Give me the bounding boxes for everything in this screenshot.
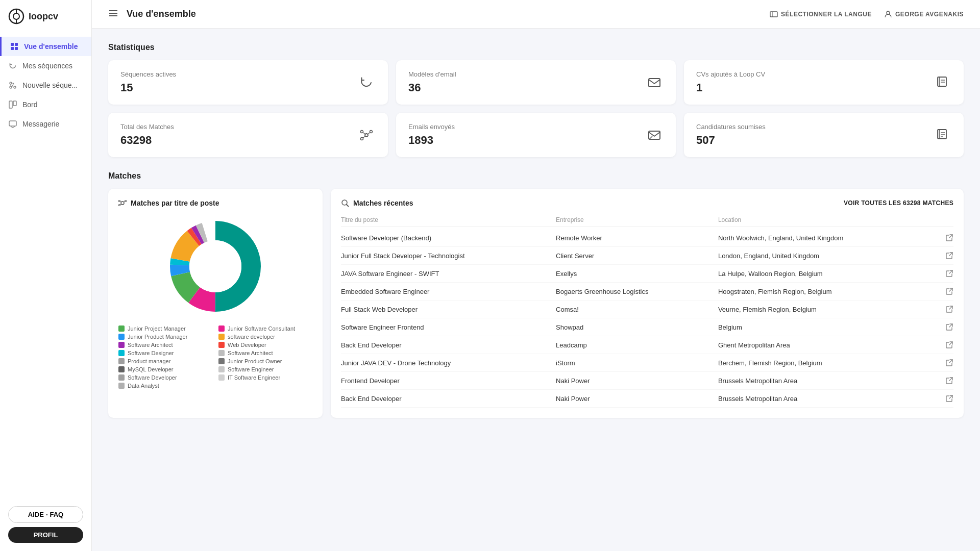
svg-rect-17 xyxy=(770,12,777,17)
company-name: iStorm xyxy=(556,359,714,367)
candidature-stat-icon xyxy=(933,126,951,144)
svg-point-1 xyxy=(13,13,19,19)
language-selector[interactable]: SÉLECTIONNER LA LANGUE xyxy=(770,10,872,18)
table-row: Software Engineer Frontend Showpad Belgi… xyxy=(341,318,953,336)
svg-line-62 xyxy=(949,306,952,309)
sidebar-item-bord[interactable]: Bord xyxy=(0,95,91,114)
logo-text: loopcv xyxy=(29,11,58,22)
stat-label: Total des Matches xyxy=(120,123,174,131)
sidebar-item-messagerie[interactable]: Messagerie xyxy=(0,114,91,134)
legend-item: Web Developer xyxy=(218,342,312,348)
legend-label: Software Developer xyxy=(128,374,177,381)
svg-line-67 xyxy=(949,395,952,398)
legend-color xyxy=(218,366,225,372)
job-location: Berchem, Flemish Region, Belgium xyxy=(718,359,929,367)
external-link-button[interactable] xyxy=(933,269,953,278)
legend-color xyxy=(218,334,225,340)
col-link xyxy=(933,216,953,223)
message-icon xyxy=(8,119,17,129)
svg-point-27 xyxy=(370,130,373,133)
company-name: Exellys xyxy=(556,270,714,278)
page-content: Statistiques Séquences actives 15 Modèle… xyxy=(92,29,980,551)
svg-point-40 xyxy=(119,201,120,202)
voir-toutes-button[interactable]: VOIR TOUTES LES 63298 MATCHES xyxy=(844,199,953,207)
legend-label: Software Architect xyxy=(128,342,173,348)
stat-label: Séquences actives xyxy=(120,70,176,78)
legend-color xyxy=(118,325,125,332)
main-content: Vue d'ensemble SÉLECTIONNER LA LANGUE GE… xyxy=(92,0,980,551)
user-menu[interactable]: GEORGE AVGENAKIS xyxy=(884,10,964,18)
company-name: Client Server xyxy=(556,252,714,260)
sidebar-item-mes-sequences[interactable]: Mes séquences xyxy=(0,56,91,76)
external-link-button[interactable] xyxy=(933,359,953,367)
external-link-button[interactable] xyxy=(933,377,953,385)
external-link-icon xyxy=(945,377,953,385)
stat-text: Séquences actives 15 xyxy=(120,70,176,94)
recent-matches-header: Matches récentes VOIR TOUTES LES 63298 M… xyxy=(341,199,953,207)
stat-value: 36 xyxy=(408,81,456,94)
hamburger-icon[interactable] xyxy=(108,8,118,20)
sidebar-item-vue-densemble[interactable]: Vue d'ensemble xyxy=(0,37,91,56)
company-name: Leadcamp xyxy=(556,341,714,349)
topbar-left: Vue d'ensemble xyxy=(108,8,196,20)
donut-chart-container xyxy=(118,215,312,317)
legend-label: Software Architect xyxy=(228,350,273,356)
svg-point-9 xyxy=(14,86,16,88)
external-link-icon xyxy=(945,394,953,403)
aide-faq-button[interactable]: AIDE - FAQ xyxy=(8,506,83,523)
recent-matches-card: Matches récentes VOIR TOUTES LES 63298 M… xyxy=(331,189,964,418)
svg-point-19 xyxy=(887,11,890,14)
external-link-icon xyxy=(945,305,953,313)
sidebar-item-label: Bord xyxy=(22,101,38,109)
svg-rect-5 xyxy=(15,43,18,46)
svg-line-59 xyxy=(949,253,952,256)
svg-rect-22 xyxy=(939,77,946,86)
legend-color xyxy=(118,342,125,348)
svg-point-42 xyxy=(119,205,120,206)
external-link-button[interactable] xyxy=(933,323,953,331)
stat-label: Modèles d'email xyxy=(408,70,456,78)
legend-color xyxy=(218,325,225,332)
email-send-stat-icon xyxy=(645,126,664,144)
legend-color xyxy=(118,350,125,356)
svg-point-8 xyxy=(10,82,12,84)
svg-point-10 xyxy=(10,86,12,88)
legend-item: Junior Software Consultant xyxy=(218,325,312,332)
matches-grid: Matches par titre de poste xyxy=(108,189,964,418)
sidebar-item-label: Nouvelle séque... xyxy=(22,81,78,89)
table-row: JAVA Software Engineer - SWIFT Exellys L… xyxy=(341,265,953,283)
table-row: Back End Developer Naki Power Brussels M… xyxy=(341,390,953,408)
sidebar-item-nouvelle-seque[interactable]: Nouvelle séque... xyxy=(0,76,91,95)
external-link-button[interactable] xyxy=(933,305,953,313)
svg-line-58 xyxy=(949,235,952,238)
legend-label: Data Analyst xyxy=(128,383,159,389)
profil-button[interactable]: PROFIL xyxy=(8,527,83,543)
grid-icon xyxy=(10,42,19,51)
language-icon xyxy=(770,10,778,18)
recent-matches-table: Software Developer (Backend) Remote Work… xyxy=(341,229,953,408)
svg-point-41 xyxy=(125,201,127,202)
external-link-button[interactable] xyxy=(933,394,953,403)
job-title: Embedded Software Engineer xyxy=(341,288,552,295)
external-link-icon xyxy=(945,234,953,242)
stat-card-emails-envoyes: Emails envoyés 1893 xyxy=(396,113,676,157)
external-link-button[interactable] xyxy=(933,252,953,260)
external-link-button[interactable] xyxy=(933,341,953,349)
table-row: Junior JAVA DEV - Drone Technology iStor… xyxy=(341,354,953,372)
legend-label: Software Engineer xyxy=(228,366,274,372)
external-link-button[interactable] xyxy=(933,234,953,242)
legend-label: Software Designer xyxy=(128,350,174,356)
stat-value: 507 xyxy=(696,134,766,147)
company-name: Remote Worker xyxy=(556,234,714,242)
legend-color xyxy=(118,383,125,389)
legend-color xyxy=(218,374,225,381)
svg-rect-12 xyxy=(13,101,16,106)
job-title: Back End Developer xyxy=(341,341,552,349)
company-name: Showpad xyxy=(556,323,714,331)
stats-grid: Séquences actives 15 Modèles d'email 36 xyxy=(108,60,964,157)
stat-text: Emails envoyés 1893 xyxy=(408,123,455,147)
refresh-stat-icon xyxy=(357,73,376,92)
external-link-button[interactable] xyxy=(933,287,953,295)
legend-color xyxy=(118,374,125,381)
job-location: North Woolwich, England, United Kingdom xyxy=(718,234,929,242)
